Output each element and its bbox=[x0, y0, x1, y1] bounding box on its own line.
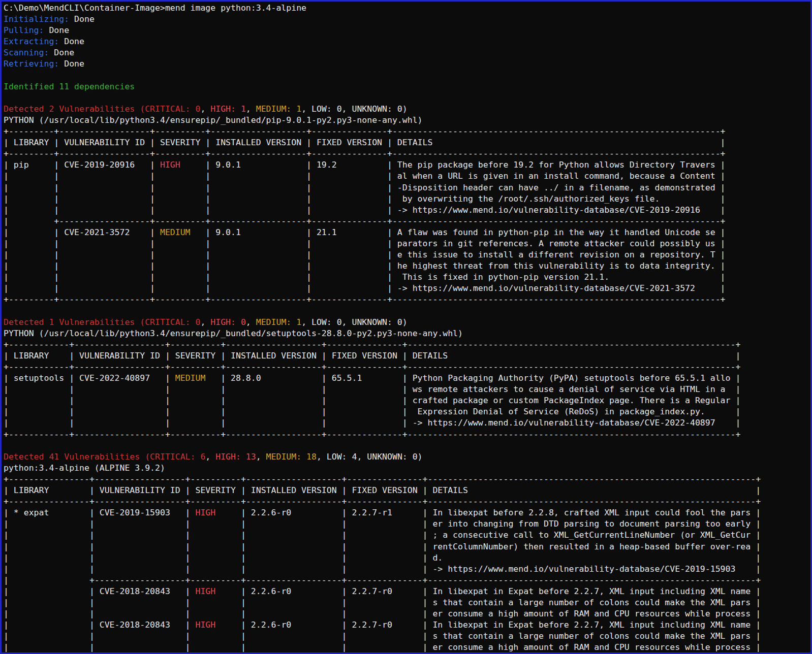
table-row-continuation-line: | | | | | | This is fixed in python-pip … bbox=[4, 272, 726, 282]
status-value: Done bbox=[44, 25, 69, 35]
table-row-separator-line: | +------------------+----------+-------… bbox=[4, 216, 726, 226]
severity-badge: HIGH bbox=[196, 586, 216, 596]
status-value: Done bbox=[59, 37, 84, 46]
table-header-line: | LIBRARY | VULNERABILITY ID | SEVERITY … bbox=[4, 485, 761, 495]
table-row-continuation-line: | | | | | | er consume a high amount of … bbox=[4, 642, 761, 652]
table-row-continuation-line: | | | | | | Expression Denial of Service… bbox=[4, 407, 740, 416]
command-prompt-line: C:\Demo\MendCLI\Container-Image>mend ima… bbox=[4, 3, 306, 13]
dependencies-summary-line: Identified 11 dependencies bbox=[4, 82, 135, 91]
table-header-line: | LIBRARY | VULNERABILITY ID | SEVERITY … bbox=[4, 138, 726, 147]
vulnerabilities-summary-line: Detected 1 Vulnerabilities (CRITICAL: 0,… bbox=[4, 317, 408, 327]
table-border-line: +------------+------------------+-------… bbox=[4, 362, 740, 372]
table-row-continuation-line: | | | | | | ; a consecutive call to XML_… bbox=[4, 530, 761, 540]
table-row-continuation-line: | | | | | | e this issue to install a di… bbox=[4, 250, 726, 259]
table-row-continuation-line: | | | | | | d. | bbox=[4, 553, 761, 563]
table-row-line: | setuptools | CVE-2022-40897 | MEDIUM |… bbox=[4, 373, 740, 383]
severity-badge: HIGH bbox=[160, 160, 180, 170]
table-border-line: +----------------+------------------+---… bbox=[4, 497, 761, 506]
table-header-line: | LIBRARY | VULNERABILITY ID | SEVERITY … bbox=[4, 351, 740, 361]
vulnerabilities-summary-line: Detected 41 Vulnerabilities (CRITICAL: 6… bbox=[4, 452, 423, 462]
status-value: Done bbox=[49, 48, 74, 57]
table-row-line: | pip | CVE-2019-20916 | HIGH | 9.0.1 | … bbox=[4, 160, 726, 170]
table-row-line: | * expat | CVE-2019-15903 | HIGH | 2.2.… bbox=[4, 508, 761, 517]
table-row-continuation-line: | | | | | | er into changing from DTD pa… bbox=[4, 519, 761, 529]
table-border-line: +------------+------------------+-------… bbox=[4, 340, 740, 349]
terminal-window: C:\Demo\MendCLI\Container-Image>mend ima… bbox=[0, 0, 812, 654]
table-row-continuation-line: | | | | | | parators in git references. … bbox=[4, 239, 726, 248]
severity-badge: HIGH bbox=[196, 508, 216, 517]
scan-target-line: PYTHON (/usr/local/lib/python3.4/ensurep… bbox=[4, 329, 463, 338]
status-label: Initializing: bbox=[4, 14, 69, 24]
table-row-continuation-line: | | | | | | s that contain a large numbe… bbox=[4, 631, 761, 641]
table-row-continuation-line: | | | | | | al when a URL is given in an… bbox=[4, 171, 726, 181]
table-row-continuation-line: | | | | | | ws remote attackers to cause… bbox=[4, 384, 740, 394]
severity-badge: MEDIUM bbox=[175, 373, 206, 383]
severity-badge: HIGH bbox=[196, 620, 216, 630]
table-row-continuation-line: | | | | | | -Disposition header can have… bbox=[4, 183, 726, 192]
table-row-continuation-line: | | | | | | s that contain a large numbe… bbox=[4, 598, 761, 607]
table-border-line: +------------+------------------+-------… bbox=[4, 430, 740, 439]
table-row-line: | | CVE-2018-20843 | HIGH | 2.2.6-r0 | 2… bbox=[4, 586, 761, 596]
table-row-continuation-line: | | | | | | rentColumnNumber) then resul… bbox=[4, 542, 761, 551]
table-border-line: +---------+------------------+----------… bbox=[4, 126, 726, 136]
status-value: Done bbox=[69, 14, 95, 24]
table-row-continuation-line: | | | | | | crafted package or custom Pa… bbox=[4, 396, 740, 405]
status-label: Pulling: bbox=[4, 25, 44, 35]
scan-target-line: python:3.4-alpine (ALPINE 3.9.2) bbox=[4, 463, 165, 473]
status-line: Scanning: Done bbox=[4, 48, 74, 57]
severity-badge: MEDIUM bbox=[160, 227, 191, 237]
table-row-continuation-line: | | | | | | -> https://www.mend.io/vulne… bbox=[4, 283, 726, 293]
table-border-line: +---------+------------------+----------… bbox=[4, 295, 726, 304]
table-row-continuation-line: | | | | | | he highest threat from this … bbox=[4, 261, 726, 271]
status-value: Done bbox=[59, 59, 84, 69]
table-row-separator-line: | +------------------+----------+-------… bbox=[4, 575, 761, 585]
table-border-line: +---------+------------------+----------… bbox=[4, 149, 726, 158]
vulnerabilities-summary-line: Detected 2 Vulnerabilities (CRITICAL: 0,… bbox=[4, 104, 408, 114]
table-row-line: | | CVE-2021-3572 | MEDIUM | 9.0.1 | 21.… bbox=[4, 227, 726, 237]
table-row-continuation-line: | | | | | | -> https://www.mend.io/vulne… bbox=[4, 418, 740, 428]
status-label: Scanning: bbox=[4, 48, 49, 57]
table-row-continuation-line: | | | | | | by overwriting the /root/.ss… bbox=[4, 194, 726, 204]
terminal-output[interactable]: C:\Demo\MendCLI\Container-Image>mend ima… bbox=[2, 2, 810, 653]
table-row-continuation-line: | | | | | | -> https://www.mend.io/vulne… bbox=[4, 205, 726, 215]
status-label: Retrieving: bbox=[4, 59, 59, 69]
table-row-continuation-line: | | | | | | er consume a high amount of … bbox=[4, 609, 761, 618]
table-row-continuation-line: | | | | | | -> https://www.mend.io/vulne… bbox=[4, 564, 761, 574]
table-border-line: +----------------+------------------+---… bbox=[4, 474, 761, 484]
status-line: Initializing: Done bbox=[4, 14, 95, 24]
scan-target-line: PYTHON (/usr/local/lib/python3.4/ensurep… bbox=[4, 115, 423, 125]
status-label: Extracting: bbox=[4, 37, 59, 46]
status-line: Extracting: Done bbox=[4, 37, 84, 46]
status-line: Pulling: Done bbox=[4, 25, 69, 35]
table-row-line: | | CVE-2018-20843 | HIGH | 2.2.6-r0 | 2… bbox=[4, 620, 761, 630]
status-line: Retrieving: Done bbox=[4, 59, 84, 69]
